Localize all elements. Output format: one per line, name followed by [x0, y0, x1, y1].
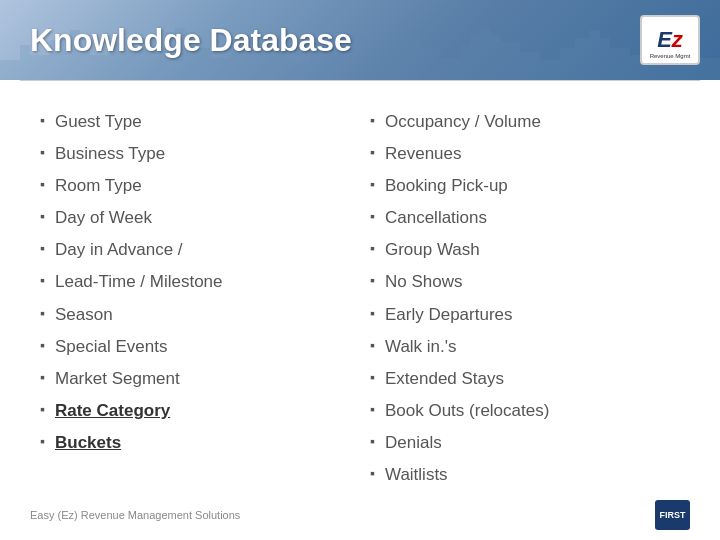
bullet-icon: ▪ — [40, 144, 45, 160]
list-item-label: Group Wash — [385, 239, 480, 261]
list-item: ▪Market Segment — [40, 368, 350, 390]
bullet-icon: ▪ — [370, 337, 375, 353]
list-item: ▪Booking Pick-up — [370, 175, 680, 197]
list-item-label: No Shows — [385, 271, 462, 293]
list-item-label: Cancellations — [385, 207, 487, 229]
bullet-icon: ▪ — [370, 401, 375, 417]
footer-logo: FIRST — [655, 500, 690, 530]
list-item-label: Book Outs (relocates) — [385, 400, 549, 422]
left-column: ▪Guest Type▪Business Type▪Room Type▪Day … — [40, 111, 350, 496]
list-item: ▪Business Type — [40, 143, 350, 165]
list-item: ▪Book Outs (relocates) — [370, 400, 680, 422]
bullet-icon: ▪ — [370, 144, 375, 160]
bullet-icon: ▪ — [40, 272, 45, 288]
bullet-icon: ▪ — [40, 305, 45, 321]
bullet-icon: ▪ — [40, 369, 45, 385]
footer: Easy (Ez) Revenue Management Solutions F… — [0, 500, 720, 530]
list-item-label: Market Segment — [55, 368, 180, 390]
footer-logo-text: FIRST — [660, 510, 686, 520]
list-item: ▪Group Wash — [370, 239, 680, 261]
list-item: ▪Revenues — [370, 143, 680, 165]
page-title: Knowledge Database — [30, 22, 352, 59]
bullet-icon: ▪ — [370, 240, 375, 256]
list-item: ▪Special Events — [40, 336, 350, 358]
list-item: ▪Cancellations — [370, 207, 680, 229]
list-item-label: Business Type — [55, 143, 165, 165]
list-item: ▪Buckets — [40, 432, 350, 454]
logo-subtitle: Revenue Mgmt — [642, 53, 698, 59]
list-item-label: Waitlists — [385, 464, 448, 486]
list-item-label: Early Departures — [385, 304, 513, 326]
list-item-label: Buckets — [55, 432, 121, 454]
logo-letter-z: z — [672, 27, 683, 53]
list-item: ▪Lead-Time / Milestone — [40, 271, 350, 293]
list-item: ▪Waitlists — [370, 464, 680, 486]
list-item-label: Day of Week — [55, 207, 152, 229]
footer-text: Easy (Ez) Revenue Management Solutions — [30, 509, 240, 521]
list-item-label: Denials — [385, 432, 442, 454]
list-item: ▪No Shows — [370, 271, 680, 293]
list-item: ▪Extended Stays — [370, 368, 680, 390]
list-item: ▪Season — [40, 304, 350, 326]
bullet-icon: ▪ — [370, 112, 375, 128]
bullet-icon: ▪ — [40, 433, 45, 449]
bullet-icon: ▪ — [40, 240, 45, 256]
list-item-label: Walk in.'s — [385, 336, 457, 358]
list-item-label: Lead-Time / Milestone — [55, 271, 223, 293]
bullet-icon: ▪ — [370, 305, 375, 321]
logo-letter-e: E — [657, 27, 672, 53]
bullet-icon: ▪ — [40, 208, 45, 224]
bullet-icon: ▪ — [40, 176, 45, 192]
list-item-label: Extended Stays — [385, 368, 504, 390]
bullet-icon: ▪ — [370, 208, 375, 224]
list-item-label: Season — [55, 304, 113, 326]
list-item: ▪Occupancy / Volume — [370, 111, 680, 133]
list-item: ▪Denials — [370, 432, 680, 454]
header: Knowledge Database E z Revenue Mgmt — [0, 0, 720, 80]
list-item: ▪Day of Week — [40, 207, 350, 229]
list-item: ▪Guest Type — [40, 111, 350, 133]
bullet-icon: ▪ — [40, 401, 45, 417]
list-item: ▪Room Type — [40, 175, 350, 197]
bullet-icon: ▪ — [370, 433, 375, 449]
bullet-icon: ▪ — [370, 272, 375, 288]
right-column: ▪Occupancy / Volume▪Revenues▪Booking Pic… — [370, 111, 680, 496]
list-item-label: Revenues — [385, 143, 462, 165]
list-item-label: Guest Type — [55, 111, 142, 133]
bullet-icon: ▪ — [370, 465, 375, 481]
list-item-label: Occupancy / Volume — [385, 111, 541, 133]
list-item-label: Special Events — [55, 336, 167, 358]
list-item: ▪Day in Advance / — [40, 239, 350, 261]
main-content: ▪Guest Type▪Business Type▪Room Type▪Day … — [0, 81, 720, 516]
bullet-icon: ▪ — [370, 369, 375, 385]
list-item: ▪Early Departures — [370, 304, 680, 326]
list-item-label: Booking Pick-up — [385, 175, 508, 197]
list-item-label: Rate Category — [55, 400, 170, 422]
logo-area: E z Revenue Mgmt — [640, 15, 700, 65]
bullet-icon: ▪ — [370, 176, 375, 192]
list-item-label: Day in Advance / — [55, 239, 183, 261]
list-item: ▪Walk in.'s — [370, 336, 680, 358]
list-item: ▪Rate Category — [40, 400, 350, 422]
list-item-label: Room Type — [55, 175, 142, 197]
bullet-icon: ▪ — [40, 337, 45, 353]
bullet-icon: ▪ — [40, 112, 45, 128]
logo-box: E z Revenue Mgmt — [640, 15, 700, 65]
